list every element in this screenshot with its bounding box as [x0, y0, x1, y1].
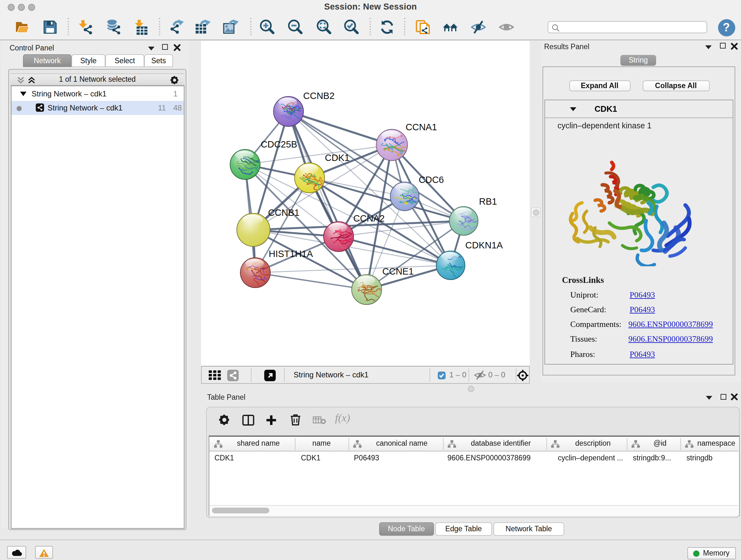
svg-text:CCNA1: CCNA1 — [406, 122, 437, 132]
svg-text:CDC25B: CDC25B — [261, 139, 297, 149]
svg-text:CDC6: CDC6 — [419, 174, 444, 185]
svg-text:CCNE1: CCNE1 — [382, 266, 414, 276]
svg-text:CDK1: CDK1 — [325, 152, 349, 163]
svg-text:CCNA2: CCNA2 — [353, 213, 385, 223]
svg-text:HIST1H1A: HIST1H1A — [269, 248, 313, 259]
svg-text:RB1: RB1 — [479, 196, 497, 206]
svg-text:CCNB2: CCNB2 — [303, 90, 334, 101]
svg-text:CDKN1A: CDKN1A — [465, 240, 503, 250]
svg-text:CCNB1: CCNB1 — [268, 207, 299, 217]
